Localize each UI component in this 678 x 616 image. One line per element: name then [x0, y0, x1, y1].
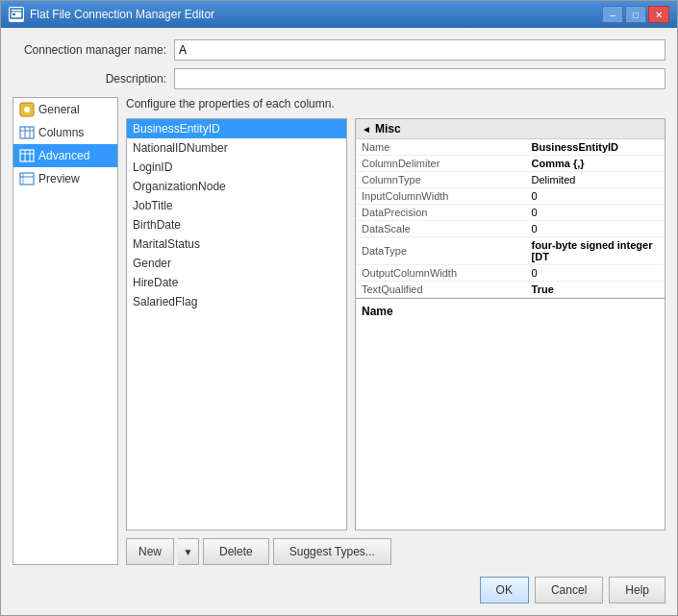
- list-item[interactable]: OrganizationNode: [127, 177, 346, 196]
- list-item[interactable]: SalariedFlag: [127, 292, 346, 311]
- sidebar-general-label: General: [38, 103, 80, 116]
- prop-label: OutputColumnWidth: [356, 265, 526, 282]
- connection-name-row: Connection manager name:: [13, 39, 665, 61]
- svg-point-4: [24, 107, 30, 112]
- list-item[interactable]: Gender: [127, 254, 346, 273]
- window-title: Flat File Connection Manager Editor: [30, 8, 602, 21]
- list-item[interactable]: MaritalStatus: [127, 234, 346, 254]
- prop-label: InputColumnWidth: [356, 188, 526, 205]
- svg-rect-9: [20, 150, 34, 161]
- description-input[interactable]: [174, 68, 665, 89]
- ok-button[interactable]: OK: [480, 577, 529, 604]
- svg-rect-2: [13, 13, 15, 15]
- prop-section-header: ◄ Misc: [356, 119, 665, 139]
- action-buttons: New ▼ Delete Suggest Types...: [126, 538, 665, 565]
- sidebar-preview-label: Preview: [38, 172, 80, 185]
- sidebar-item-general[interactable]: General: [13, 98, 117, 121]
- prop-value: 0: [526, 221, 665, 237]
- table-row[interactable]: DataTypefour-byte signed integer [DT: [356, 237, 665, 265]
- prop-label: DataPrecision: [356, 205, 526, 221]
- prop-name-section: Name: [356, 298, 665, 356]
- prop-value: True: [526, 282, 665, 298]
- table-row[interactable]: OutputColumnWidth0: [356, 265, 665, 282]
- svg-rect-13: [20, 173, 34, 185]
- table-row[interactable]: NameBusinessEntityID: [356, 139, 665, 156]
- columns-area: BusinessEntityID NationalIDNumber LoginI…: [126, 118, 665, 530]
- list-item[interactable]: NationalIDNumber: [127, 138, 346, 158]
- new-button[interactable]: New: [126, 538, 174, 565]
- cancel-button[interactable]: Cancel: [535, 577, 603, 604]
- table-row[interactable]: DataPrecision0: [356, 205, 665, 221]
- prop-value: four-byte signed integer [DT: [526, 237, 665, 265]
- app-icon: [9, 7, 24, 22]
- list-item[interactable]: BusinessEntityID: [127, 119, 346, 138]
- sidebar-item-columns[interactable]: Columns: [13, 121, 117, 144]
- prop-value: Comma {,}: [526, 156, 665, 172]
- general-icon: [19, 102, 35, 117]
- list-item[interactable]: LoginID: [127, 158, 346, 177]
- table-row[interactable]: ColumnDelimiterComma {,}: [356, 156, 665, 172]
- suggest-types-button[interactable]: Suggest Types...: [273, 538, 391, 565]
- sidebar-item-advanced[interactable]: Advanced: [13, 144, 117, 167]
- table-row[interactable]: ColumnTypeDelimited: [356, 172, 665, 188]
- help-button[interactable]: Help: [609, 577, 665, 604]
- prop-value: 0: [526, 205, 665, 221]
- main-area: General Columns: [13, 97, 665, 565]
- configure-label: Configure the properties of each column.: [126, 97, 665, 111]
- sidebar-advanced-label: Advanced: [38, 149, 89, 162]
- connection-name-label: Connection manager name:: [13, 43, 166, 57]
- prop-value: Delimited: [526, 172, 665, 188]
- title-bar: Flat File Connection Manager Editor – □ …: [1, 1, 677, 28]
- close-button[interactable]: ✕: [648, 6, 669, 23]
- delete-button[interactable]: Delete: [203, 538, 269, 565]
- advanced-icon: [19, 148, 35, 163]
- prop-label: TextQualified: [356, 282, 526, 298]
- svg-rect-5: [20, 127, 34, 138]
- content-area: Connection manager name: Description:: [1, 28, 677, 615]
- table-row[interactable]: DataScale0: [356, 221, 665, 237]
- sidebar-item-preview[interactable]: Preview: [13, 167, 117, 190]
- svg-rect-0: [11, 9, 22, 18]
- column-list[interactable]: BusinessEntityID NationalIDNumber LoginI…: [126, 118, 347, 530]
- prop-value: 0: [526, 188, 665, 205]
- maximize-button[interactable]: □: [625, 6, 646, 23]
- prop-section-label: Misc: [375, 122, 401, 136]
- preview-icon: [19, 171, 35, 186]
- prop-label: DataScale: [356, 221, 526, 237]
- prop-label: ColumnType: [356, 172, 526, 188]
- table-row[interactable]: InputColumnWidth0: [356, 188, 665, 205]
- right-area: Configure the properties of each column.…: [126, 97, 665, 565]
- list-item[interactable]: HireDate: [127, 273, 346, 292]
- columns-icon: [19, 125, 35, 140]
- main-window: Flat File Connection Manager Editor – □ …: [0, 0, 678, 616]
- prop-value: BusinessEntityID: [526, 139, 665, 156]
- description-label: Description:: [13, 72, 166, 86]
- list-item[interactable]: JobTitle: [127, 196, 346, 215]
- window-controls: – □ ✕: [602, 6, 669, 23]
- new-dropdown-button[interactable]: ▼: [178, 538, 199, 565]
- minimize-button[interactable]: –: [602, 6, 623, 23]
- list-item[interactable]: BirthDate: [127, 215, 346, 234]
- connection-name-input[interactable]: [174, 39, 665, 61]
- properties-table: NameBusinessEntityIDColumnDelimiterComma…: [356, 139, 665, 298]
- prop-label: Name: [356, 139, 526, 156]
- prop-label: ColumnDelimiter: [356, 156, 526, 172]
- prop-value: 0: [526, 265, 665, 282]
- sidebar: General Columns: [13, 97, 118, 565]
- sidebar-columns-label: Columns: [38, 126, 84, 139]
- prop-label: DataType: [356, 237, 526, 265]
- table-row[interactable]: TextQualifiedTrue: [356, 282, 665, 298]
- collapse-icon[interactable]: ◄: [362, 124, 371, 135]
- description-row: Description:: [13, 68, 665, 89]
- properties-panel: ◄ Misc NameBusinessEntityIDColumnDelimit…: [355, 118, 665, 530]
- prop-name-label: Name: [362, 305, 659, 318]
- bottom-buttons: OK Cancel Help: [13, 573, 665, 604]
